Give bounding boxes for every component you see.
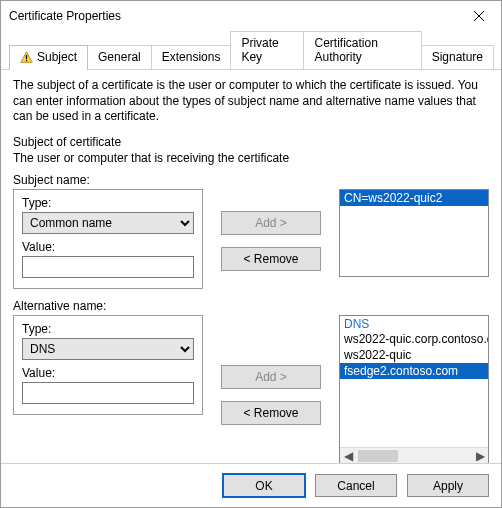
subject-name-label: Subject name: <box>13 173 489 187</box>
alt-value-label: Value: <box>22 366 194 380</box>
tab-subject-label: Subject <box>37 50 77 64</box>
subject-name-buttons: Add > < Remove <box>221 189 321 271</box>
alt-name-row: Type: DNS Value: Add > < Remove DNSws202… <box>13 315 489 463</box>
subject-name-row: Type: Common name Value: Add > < Remove … <box>13 189 489 289</box>
alt-name-list-hscrollbar[interactable]: ◀▶ <box>340 447 488 463</box>
window-title: Certificate Properties <box>9 9 121 23</box>
tab-general-label: General <box>98 50 141 64</box>
subject-name-list[interactable]: CN=ws2022-quic2 <box>339 189 489 277</box>
scroll-left-icon[interactable]: ◀ <box>340 448 356 463</box>
tab-extensions-label: Extensions <box>162 50 221 64</box>
tab-extensions[interactable]: Extensions <box>151 45 232 69</box>
dialog-window: Certificate Properties Subject General E… <box>0 0 502 508</box>
alt-type-label: Type: <box>22 322 194 336</box>
tab-ca-label: Certification Authority <box>314 36 410 64</box>
scroll-thumb[interactable] <box>358 450 398 462</box>
titlebar: Certificate Properties <box>1 1 501 31</box>
tab-signature-label: Signature <box>432 50 483 64</box>
warning-icon <box>20 51 33 64</box>
description-text: The subject of a certificate is the user… <box>13 78 489 125</box>
alt-name-label: Alternative name: <box>13 299 489 313</box>
tab-signature[interactable]: Signature <box>421 45 494 69</box>
svg-rect-4 <box>26 59 27 60</box>
subject-name-list-item[interactable]: CN=ws2022-quic2 <box>340 190 488 206</box>
tab-private-key-label: Private Key <box>241 36 293 64</box>
tab-subject[interactable]: Subject <box>9 45 88 70</box>
alt-type-select[interactable]: DNS <box>22 338 194 360</box>
scroll-right-icon[interactable]: ▶ <box>472 448 488 463</box>
tab-certification-authority[interactable]: Certification Authority <box>303 31 421 69</box>
alt-value-input[interactable] <box>22 382 194 404</box>
subject-value-input[interactable] <box>22 256 194 278</box>
subject-of-cert-heading: Subject of certificate <box>13 135 489 149</box>
window-controls <box>456 1 501 31</box>
alt-name-panel: Type: DNS Value: <box>13 315 203 415</box>
subject-of-cert-sub: The user or computer that is receiving t… <box>13 151 489 165</box>
subject-type-label: Type: <box>22 196 194 210</box>
tab-general[interactable]: General <box>87 45 152 69</box>
alt-name-buttons: Add > < Remove <box>221 315 321 425</box>
subject-value-label: Value: <box>22 240 194 254</box>
alt-add-button[interactable]: Add > <box>221 365 321 389</box>
subject-name-panel: Type: Common name Value: <box>13 189 203 289</box>
subject-add-button[interactable]: Add > <box>221 211 321 235</box>
dialog-footer: OK Cancel Apply <box>1 463 501 507</box>
cancel-button[interactable]: Cancel <box>315 474 397 497</box>
alt-name-list-item[interactable]: ws2022-quic.corp.contoso.com <box>340 331 488 347</box>
alt-name-list-item[interactable]: ws2022-quic <box>340 347 488 363</box>
subject-type-select[interactable]: Common name <box>22 212 194 234</box>
tab-private-key[interactable]: Private Key <box>230 31 304 69</box>
alt-remove-button[interactable]: < Remove <box>221 401 321 425</box>
tab-body: The subject of a certificate is the user… <box>1 70 501 463</box>
apply-button[interactable]: Apply <box>407 474 489 497</box>
alt-name-list-item[interactable]: fsedge2.contoso.com <box>340 363 488 379</box>
subject-remove-button[interactable]: < Remove <box>221 247 321 271</box>
alt-name-list[interactable]: DNSws2022-quic.corp.contoso.comws2022-qu… <box>339 315 489 463</box>
tab-strip: Subject General Extensions Private Key C… <box>1 31 501 70</box>
close-icon <box>474 11 484 21</box>
close-button[interactable] <box>456 1 501 31</box>
ok-button[interactable]: OK <box>223 474 305 497</box>
svg-rect-3 <box>26 55 27 59</box>
alt-name-list-header: DNS <box>340 316 488 331</box>
